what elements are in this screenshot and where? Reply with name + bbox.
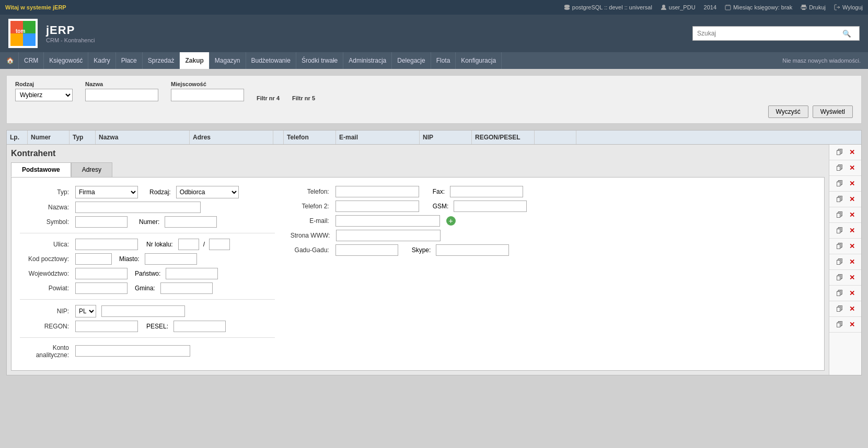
woj-input[interactable]: Śląskie — [75, 268, 128, 279]
filter-nazwa: Nazwa — [85, 81, 158, 101]
nav-kadry[interactable]: Kadry — [88, 52, 115, 69]
numer-label: Numer: — [139, 218, 159, 226]
search-input[interactable] — [693, 30, 839, 37]
delete-btn-5[interactable]: ✕ — [847, 210, 857, 220]
rodzaj-select[interactable]: Odbiorca Dostawca Odbiorca/Dostawca — [176, 186, 239, 198]
delete-btn-11[interactable]: ✕ — [847, 304, 857, 314]
ulica-label: Ulica: — [20, 241, 72, 248]
nav-place[interactable]: Płace — [116, 52, 143, 69]
copy-btn-6[interactable]: 🗍 — [834, 226, 845, 235]
row-www: Strona WWW: www.kubusksiegarnia.org — [291, 230, 816, 241]
www-input[interactable]: www.kubusksiegarnia.org — [336, 230, 441, 241]
gmina-input[interactable] — [160, 282, 213, 294]
search-button[interactable]: 🔍 — [839, 30, 854, 38]
display-button[interactable]: Wyświetl — [813, 105, 853, 118]
gadu-label: Gadu-Gadu: — [291, 246, 332, 254]
copy-btn-12[interactable]: 🗍 — [834, 320, 845, 329]
delete-btn-9[interactable]: ✕ — [847, 273, 857, 282]
svg-rect-2 — [725, 5, 731, 10]
www-label: Strona WWW: — [291, 232, 333, 239]
copy-btn-9[interactable]: 🗍 — [834, 273, 845, 282]
nav-crm[interactable]: CRM — [19, 52, 44, 69]
copy-btn-4[interactable]: 🗍 — [834, 194, 845, 204]
symbol-input[interactable] — [75, 216, 128, 228]
copy-btn-2[interactable]: 🗍 — [834, 163, 845, 173]
search-box[interactable]: 🔍 — [692, 26, 860, 41]
email-input[interactable]: kubus@ksiegarnia.org — [335, 215, 440, 227]
delete-btn-3[interactable]: ✕ — [847, 179, 857, 188]
nav-flota[interactable]: Flota — [431, 52, 456, 69]
clear-button[interactable]: Wyczyść — [768, 105, 808, 118]
copy-btn-5[interactable]: 🗍 — [834, 210, 845, 220]
typ-select[interactable]: Firma Osoba fizyczna — [75, 186, 138, 198]
action-row-6: 🗍 ✕ — [829, 223, 861, 239]
regon-input[interactable] — [75, 321, 138, 332]
delete-btn-6[interactable]: ✕ — [847, 226, 857, 235]
nav-ksiegowosc[interactable]: Księgowość — [44, 52, 88, 69]
delete-btn-10[interactable]: ✕ — [847, 288, 857, 298]
panstwo-label: Państwo: — [135, 270, 160, 277]
action-row-1: 🗍 ✕ — [829, 145, 861, 160]
action-row-11: 🗍 ✕ — [829, 301, 861, 317]
user-info: user_PDU — [661, 4, 696, 10]
powiat-input[interactable] — [75, 282, 128, 294]
ulica-input[interactable]: Leśna — [75, 239, 138, 250]
col-adres: Adres — [190, 131, 273, 144]
telefon-input[interactable]: +48 989 989 89 89 — [335, 186, 419, 197]
nrlokalu2-input[interactable]: 89 — [209, 239, 230, 250]
nav-home[interactable]: 🏠 — [2, 52, 19, 69]
copy-btn-7[interactable]: 🗍 — [834, 241, 845, 251]
nav-magazyn[interactable]: Magazyn — [210, 52, 246, 69]
nav-administracja[interactable]: Administracja — [343, 52, 392, 69]
col-numer: Numer — [28, 131, 70, 144]
filter-actions: Wyczyść Wyświetl — [15, 105, 853, 118]
skype-input[interactable] — [436, 244, 509, 256]
nip-label: NIP: — [20, 308, 72, 315]
delete-btn-12[interactable]: ✕ — [847, 320, 857, 329]
tab-podstawowe[interactable]: Podstawowe — [11, 162, 71, 177]
filter-miejscowosc-input[interactable] — [171, 89, 244, 101]
delete-btn-4[interactable]: ✕ — [847, 194, 857, 204]
gadu-input[interactable] — [335, 244, 398, 256]
gsm-input[interactable] — [454, 201, 527, 212]
copy-btn-3[interactable]: 🗍 — [834, 179, 845, 188]
delete-btn-7[interactable]: ✕ — [847, 241, 857, 251]
konto-input[interactable] — [75, 345, 190, 357]
col-regon: REGON/PESEL — [472, 131, 535, 144]
delete-btn-1[interactable]: ✕ — [847, 147, 857, 157]
nav-konfiguracja[interactable]: Konfiguracja — [456, 52, 502, 69]
filter-nazwa-input[interactable] — [85, 89, 158, 101]
copy-btn-11[interactable]: 🗍 — [834, 304, 845, 314]
nav-srodki[interactable]: Środki trwałe — [296, 52, 343, 69]
pesel-input[interactable] — [173, 321, 226, 332]
telefon2-input[interactable] — [335, 201, 419, 212]
row-kod-miasto: Kod pocztowy: 40-000 Miasto: Katowice — [20, 253, 275, 265]
nav-sprzedaz[interactable]: Sprzedaż — [143, 52, 180, 69]
miasto-input[interactable]: Katowice — [145, 253, 197, 265]
copy-btn-8[interactable]: 🗍 — [834, 257, 845, 267]
nip-input[interactable]: 999-999-99-99 — [101, 305, 185, 317]
nav-delegacje[interactable]: Delegacje — [392, 52, 431, 69]
miasto-label: Miasto: — [119, 255, 140, 263]
gsm-label: GSM: — [433, 203, 449, 210]
add-email-button[interactable]: + — [446, 216, 456, 226]
panstwo-input[interactable]: Polska — [166, 268, 218, 279]
print-btn[interactable]: Drukuj — [801, 4, 826, 10]
nav-budzetowanie[interactable]: Budżetowanie — [246, 52, 296, 69]
nazwa-input[interactable]: Księgarnia "Kubuś Puchatek" — [75, 202, 201, 213]
copy-btn-10[interactable]: 🗍 — [834, 288, 845, 298]
woj-label: Województwo: — [20, 270, 72, 277]
nip-prefix-select[interactable]: PL — [75, 305, 96, 317]
copy-btn-1[interactable]: 🗍 — [834, 147, 845, 157]
tab-adresy[interactable]: Adresy — [71, 162, 112, 177]
logout-btn[interactable]: Wyloguj — [834, 4, 863, 10]
nrlokalu-input[interactable]: 12 — [178, 239, 199, 250]
numer-input[interactable]: 1656 — [165, 216, 217, 228]
nav-zakup[interactable]: Zakup — [180, 52, 209, 69]
filter-rodzaj-select[interactable]: Wybierz Firma Osoba — [15, 89, 73, 101]
delete-btn-2[interactable]: ✕ — [847, 163, 857, 173]
action-row-7: 🗍 ✕ — [829, 239, 861, 254]
kod-input[interactable]: 40-000 — [75, 253, 112, 265]
delete-btn-8[interactable]: ✕ — [847, 257, 857, 267]
fax-input[interactable] — [450, 186, 523, 197]
